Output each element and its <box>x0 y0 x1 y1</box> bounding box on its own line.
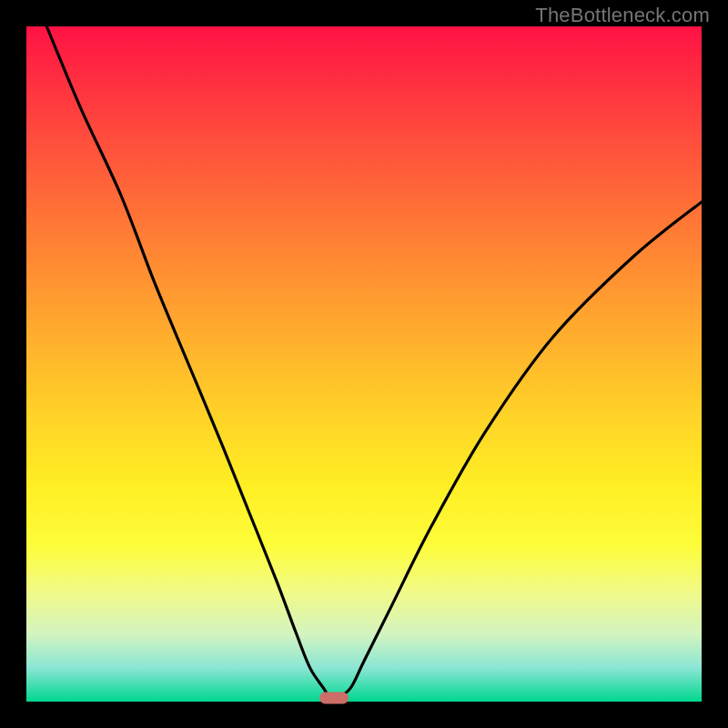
bottleneck-curve <box>26 26 702 702</box>
watermark-text: TheBottleneck.com <box>535 4 710 27</box>
chart-frame: TheBottleneck.com <box>0 0 728 728</box>
optimal-marker <box>319 693 349 704</box>
plot-area <box>26 26 702 702</box>
